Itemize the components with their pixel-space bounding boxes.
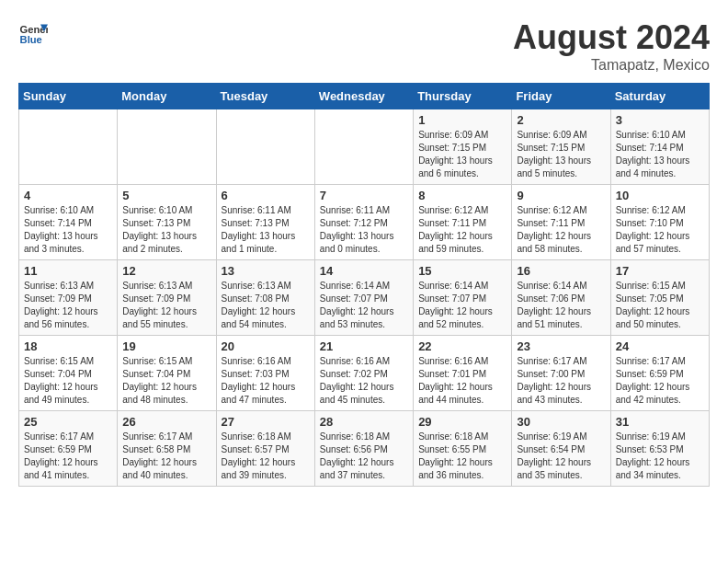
day-info: Sunrise: 6:19 AM Sunset: 6:53 PM Dayligh…: [616, 431, 704, 482]
day-info: Sunrise: 6:15 AM Sunset: 7:04 PM Dayligh…: [122, 355, 210, 407]
day-number: 21: [320, 339, 408, 353]
calendar-day-cell: [118, 109, 216, 185]
calendar-day-cell: 5Sunrise: 6:10 AM Sunset: 7:13 PM Daylig…: [118, 185, 216, 260]
calendar-day-cell: [216, 109, 314, 185]
day-info: Sunrise: 6:17 AM Sunset: 6:59 PM Dayligh…: [616, 355, 704, 407]
calendar-day-cell: [314, 109, 413, 185]
day-number: 23: [517, 339, 605, 353]
page-header: General Blue August 2024 Tamapatz, Mexic…: [18, 18, 710, 74]
day-number: 19: [122, 339, 210, 353]
calendar-day-cell: 25Sunrise: 6:17 AM Sunset: 6:59 PM Dayli…: [19, 411, 118, 487]
day-number: 29: [418, 415, 506, 429]
day-number: 28: [320, 415, 408, 429]
calendar-day-cell: 22Sunrise: 6:16 AM Sunset: 7:01 PM Dayli…: [414, 336, 512, 411]
day-number: 1: [418, 113, 506, 127]
weekday-header-cell: Monday: [118, 84, 216, 109]
calendar-day-cell: 15Sunrise: 6:14 AM Sunset: 7:07 PM Dayli…: [414, 260, 512, 336]
weekday-header-cell: Thursday: [414, 84, 512, 109]
day-number: 18: [24, 339, 112, 353]
day-info: Sunrise: 6:14 AM Sunset: 7:07 PM Dayligh…: [418, 280, 506, 331]
day-info: Sunrise: 6:18 AM Sunset: 6:57 PM Dayligh…: [222, 431, 310, 482]
day-info: Sunrise: 6:14 AM Sunset: 7:07 PM Dayligh…: [320, 280, 408, 331]
day-number: 26: [122, 415, 210, 429]
day-number: 13: [222, 264, 310, 278]
day-number: 15: [418, 264, 506, 278]
calendar-day-cell: 20Sunrise: 6:16 AM Sunset: 7:03 PM Dayli…: [216, 336, 314, 411]
day-info: Sunrise: 6:15 AM Sunset: 7:05 PM Dayligh…: [616, 280, 704, 331]
calendar-day-cell: 16Sunrise: 6:14 AM Sunset: 7:06 PM Dayli…: [512, 260, 610, 336]
day-number: 2: [517, 113, 605, 127]
calendar-day-cell: 12Sunrise: 6:13 AM Sunset: 7:09 PM Dayli…: [118, 260, 216, 336]
day-info: Sunrise: 6:12 AM Sunset: 7:11 PM Dayligh…: [418, 204, 506, 256]
day-info: Sunrise: 6:17 AM Sunset: 6:58 PM Dayligh…: [122, 431, 210, 482]
day-info: Sunrise: 6:16 AM Sunset: 7:01 PM Dayligh…: [418, 355, 506, 407]
weekday-header-cell: Tuesday: [216, 84, 314, 109]
day-number: 20: [222, 339, 310, 353]
day-number: 6: [222, 189, 310, 202]
day-number: 11: [24, 264, 112, 278]
day-info: Sunrise: 6:10 AM Sunset: 7:14 PM Dayligh…: [24, 204, 112, 256]
calendar-day-cell: 18Sunrise: 6:15 AM Sunset: 7:04 PM Dayli…: [19, 336, 118, 411]
calendar-day-cell: 1Sunrise: 6:09 AM Sunset: 7:15 PM Daylig…: [414, 109, 512, 185]
calendar-day-cell: 2Sunrise: 6:09 AM Sunset: 7:15 PM Daylig…: [512, 109, 610, 185]
weekday-header-cell: Saturday: [610, 84, 709, 109]
calendar-table: SundayMondayTuesdayWednesdayThursdayFrid…: [18, 83, 710, 487]
calendar-day-cell: 19Sunrise: 6:15 AM Sunset: 7:04 PM Dayli…: [118, 336, 216, 411]
calendar-day-cell: 9Sunrise: 6:12 AM Sunset: 7:11 PM Daylig…: [512, 185, 610, 260]
day-info: Sunrise: 6:15 AM Sunset: 7:04 PM Dayligh…: [24, 355, 112, 407]
day-info: Sunrise: 6:17 AM Sunset: 6:59 PM Dayligh…: [24, 431, 112, 482]
weekday-header-cell: Sunday: [19, 84, 118, 109]
day-info: Sunrise: 6:11 AM Sunset: 7:12 PM Dayligh…: [320, 204, 408, 256]
day-info: Sunrise: 6:10 AM Sunset: 7:13 PM Dayligh…: [122, 204, 210, 256]
day-number: 24: [616, 339, 704, 353]
calendar-day-cell: 24Sunrise: 6:17 AM Sunset: 6:59 PM Dayli…: [610, 336, 709, 411]
day-number: 12: [122, 264, 210, 278]
day-number: 17: [616, 264, 704, 278]
calendar-week-row: 25Sunrise: 6:17 AM Sunset: 6:59 PM Dayli…: [19, 411, 710, 487]
day-number: 22: [418, 339, 506, 353]
day-number: 4: [24, 189, 112, 202]
day-number: 3: [616, 113, 704, 127]
calendar-day-cell: 8Sunrise: 6:12 AM Sunset: 7:11 PM Daylig…: [414, 185, 512, 260]
calendar-week-row: 4Sunrise: 6:10 AM Sunset: 7:14 PM Daylig…: [19, 185, 710, 260]
calendar-day-cell: 13Sunrise: 6:13 AM Sunset: 7:08 PM Dayli…: [216, 260, 314, 336]
day-info: Sunrise: 6:19 AM Sunset: 6:54 PM Dayligh…: [517, 431, 605, 482]
calendar-week-row: 18Sunrise: 6:15 AM Sunset: 7:04 PM Dayli…: [19, 336, 710, 411]
month-year-title: August 2024: [513, 18, 710, 57]
calendar-day-cell: 29Sunrise: 6:18 AM Sunset: 6:55 PM Dayli…: [414, 411, 512, 487]
calendar-body: 1Sunrise: 6:09 AM Sunset: 7:15 PM Daylig…: [19, 109, 710, 487]
day-number: 10: [616, 189, 704, 202]
calendar-day-cell: 27Sunrise: 6:18 AM Sunset: 6:57 PM Dayli…: [216, 411, 314, 487]
day-number: 9: [517, 189, 605, 202]
day-number: 5: [122, 189, 210, 202]
calendar-day-cell: 17Sunrise: 6:15 AM Sunset: 7:05 PM Dayli…: [610, 260, 709, 336]
calendar-day-cell: 31Sunrise: 6:19 AM Sunset: 6:53 PM Dayli…: [610, 411, 709, 487]
logo: General Blue: [18, 18, 48, 48]
day-number: 30: [517, 415, 605, 429]
day-info: Sunrise: 6:16 AM Sunset: 7:02 PM Dayligh…: [320, 355, 408, 407]
calendar-day-cell: 28Sunrise: 6:18 AM Sunset: 6:56 PM Dayli…: [314, 411, 413, 487]
calendar-day-cell: 23Sunrise: 6:17 AM Sunset: 7:00 PM Dayli…: [512, 336, 610, 411]
day-number: 14: [320, 264, 408, 278]
day-info: Sunrise: 6:12 AM Sunset: 7:10 PM Dayligh…: [616, 204, 704, 256]
day-info: Sunrise: 6:09 AM Sunset: 7:15 PM Dayligh…: [517, 129, 605, 180]
calendar-day-cell: 4Sunrise: 6:10 AM Sunset: 7:14 PM Daylig…: [19, 185, 118, 260]
day-number: 27: [222, 415, 310, 429]
calendar-day-cell: 7Sunrise: 6:11 AM Sunset: 7:12 PM Daylig…: [314, 185, 413, 260]
calendar-week-row: 11Sunrise: 6:13 AM Sunset: 7:09 PM Dayli…: [19, 260, 710, 336]
day-info: Sunrise: 6:17 AM Sunset: 7:00 PM Dayligh…: [517, 355, 605, 407]
day-info: Sunrise: 6:16 AM Sunset: 7:03 PM Dayligh…: [222, 355, 310, 407]
logo-icon: General Blue: [18, 18, 48, 48]
day-info: Sunrise: 6:18 AM Sunset: 6:55 PM Dayligh…: [418, 431, 506, 482]
weekday-header-cell: Friday: [512, 84, 610, 109]
day-info: Sunrise: 6:18 AM Sunset: 6:56 PM Dayligh…: [320, 431, 408, 482]
day-info: Sunrise: 6:13 AM Sunset: 7:09 PM Dayligh…: [122, 280, 210, 331]
title-block: August 2024 Tamapatz, Mexico: [513, 18, 710, 74]
location-subtitle: Tamapatz, Mexico: [513, 57, 710, 74]
calendar-day-cell: 21Sunrise: 6:16 AM Sunset: 7:02 PM Dayli…: [314, 336, 413, 411]
day-info: Sunrise: 6:09 AM Sunset: 7:15 PM Dayligh…: [418, 129, 506, 180]
calendar-day-cell: 3Sunrise: 6:10 AM Sunset: 7:14 PM Daylig…: [610, 109, 709, 185]
calendar-day-cell: 6Sunrise: 6:11 AM Sunset: 7:13 PM Daylig…: [216, 185, 314, 260]
day-info: Sunrise: 6:14 AM Sunset: 7:06 PM Dayligh…: [517, 280, 605, 331]
weekday-header-cell: Wednesday: [314, 84, 413, 109]
